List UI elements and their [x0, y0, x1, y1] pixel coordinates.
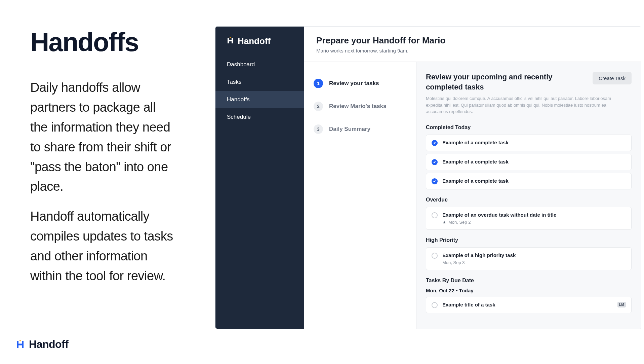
task-row[interactable]: Example of a complete task [426, 173, 632, 189]
brand-name: Handoff [29, 338, 68, 351]
task-row[interactable]: Example of an overdue task without date … [426, 207, 632, 230]
sidebar-item-handoffs[interactable]: Handoffs [215, 91, 304, 108]
step-review-your-tasks[interactable]: 1 Review your tasks [314, 72, 407, 95]
checkmark-done-icon[interactable] [432, 178, 438, 184]
tasks-description: Molestias qui dolorem cumque. A accusamu… [426, 95, 614, 115]
task-row[interactable]: Example of a complete task [426, 154, 632, 170]
description-para-2: Handoff automatically compiles updates t… [30, 207, 175, 286]
section-by-due-label: Tasks By Due Date [426, 278, 632, 284]
task-meta: ▲ Mon, Sep 2 [442, 220, 626, 225]
task-title: Example of a high priority task [442, 252, 626, 258]
page-title: Handoffs [30, 27, 175, 58]
steps-column: 1 Review your tasks 2 Review Mario's tas… [304, 62, 416, 329]
task-title: Example of a complete task [442, 159, 626, 165]
task-row[interactable]: Example of a complete task [426, 135, 632, 151]
section-high-priority-label: High Priority [426, 237, 632, 243]
sidebar-brand-text: Handoff [238, 36, 271, 46]
content-header: Prepare your Handoff for Mario Mario wor… [304, 27, 641, 62]
step-number: 3 [314, 124, 323, 134]
step-number: 2 [314, 102, 323, 111]
step-label: Review Mario's tasks [329, 103, 386, 110]
step-review-marios-tasks[interactable]: 2 Review Mario's tasks [314, 95, 407, 118]
create-task-button[interactable]: Create Task [593, 72, 632, 84]
section-by-due-sublabel: Mon, Oct 22 • Today [426, 288, 632, 293]
step-number: 1 [314, 79, 323, 88]
handoff-logo-icon [226, 37, 234, 46]
content-title: Prepare your Handoff for Mario [316, 35, 629, 46]
task-row[interactable]: Example title of a task LM [426, 297, 632, 313]
section-overdue-label: Overdue [426, 197, 632, 203]
sidebar-item-dashboard[interactable]: Dashboard [215, 56, 304, 73]
task-date: Mon, Sep 2 [448, 220, 471, 225]
task-title: Example of an overdue task without date … [442, 212, 626, 218]
task-meta: Mon, Sep 3 [442, 260, 626, 265]
tasks-title: Review your upcoming and recently comple… [426, 72, 554, 92]
assignee-badge: LM [617, 302, 626, 307]
sidebar: Handoff Dashboard Tasks Handoffs Schedul… [215, 27, 304, 329]
description-para-1: Daily handoffs allow partners to package… [30, 78, 175, 196]
task-row[interactable]: Example of a high priority task Mon, Sep… [426, 247, 632, 270]
step-daily-summary[interactable]: 3 Daily Summary [314, 118, 407, 141]
content-subtitle: Mario works next tomorrow, starting 9am. [316, 48, 629, 53]
task-title: Example of a complete task [442, 140, 626, 145]
checkbox-open-icon[interactable] [432, 302, 438, 308]
checkmark-done-icon[interactable] [432, 140, 438, 146]
sidebar-brand: Handoff [215, 36, 304, 56]
task-title: Example title of a task [442, 302, 613, 307]
tasks-column: Review your upcoming and recently comple… [416, 62, 641, 329]
checkbox-open-icon[interactable] [432, 253, 438, 259]
warning-icon: ▲ [442, 220, 446, 224]
section-completed-label: Completed Today [426, 124, 632, 131]
checkbox-open-icon[interactable] [432, 212, 438, 218]
sidebar-item-tasks[interactable]: Tasks [215, 73, 304, 91]
handoff-logo-icon [15, 339, 26, 350]
checkmark-done-icon[interactable] [432, 159, 438, 165]
task-title: Example of a complete task [442, 178, 626, 184]
sidebar-item-schedule[interactable]: Schedule [215, 108, 304, 126]
app-mockup: Handoff Dashboard Tasks Handoffs Schedul… [215, 26, 641, 329]
brand-footer: Handoff [15, 338, 68, 351]
task-date: Mon, Sep 3 [442, 260, 465, 265]
step-label: Daily Summary [329, 126, 370, 133]
step-label: Review your tasks [329, 80, 379, 87]
